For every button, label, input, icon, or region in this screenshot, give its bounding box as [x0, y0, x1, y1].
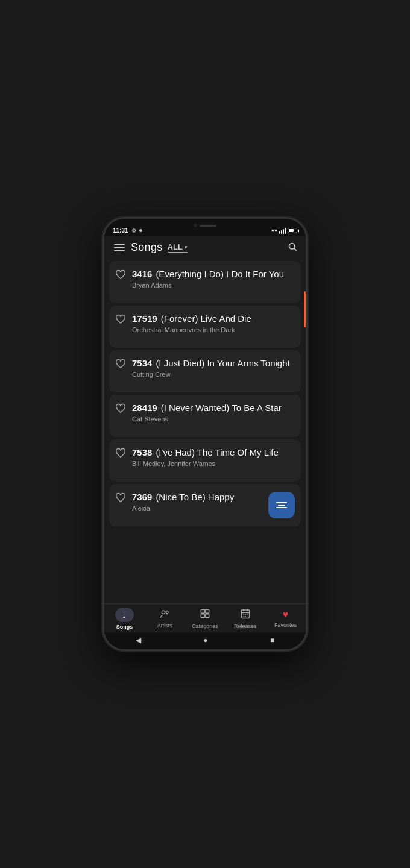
song-artist: Cutting Crew [132, 371, 295, 378]
battery-icon [288, 228, 297, 233]
page-title: Songs [131, 241, 163, 254]
song-artist: Orchestral Manoeuvres in the Dark [132, 326, 295, 333]
list-item[interactable]: 7369 (Nice To Be) Happy Alexia [109, 484, 301, 526]
song-title: (I Never Wanted) To Be A Star [161, 402, 282, 414]
song-artist: Bill Medley, Jennifer Warnes [132, 460, 295, 467]
song-title: (I've Had) The Time Of My Life [156, 447, 278, 459]
status-bar: 11:31 ⚙ ▾▾ [104, 219, 306, 236]
song-id: 3416 [132, 269, 152, 279]
nav-label-artists: Artists [157, 623, 172, 629]
svg-rect-4 [201, 609, 204, 613]
svg-rect-5 [206, 609, 209, 613]
settings-icon: ⚙ [131, 228, 136, 234]
nav-item-categories[interactable]: Categories [185, 608, 226, 629]
clock: 11:31 [113, 227, 128, 234]
song-info: 3416 (Everything I Do) I Do It For You B… [132, 268, 295, 289]
battery-fill [289, 229, 294, 232]
song-title-row: 7534 (I Just Died) In Your Arms Tonight [132, 357, 295, 370]
app-header: Songs ALL ▾ [104, 236, 306, 259]
status-left: 11:31 ⚙ [113, 222, 142, 234]
nav-item-songs[interactable]: ♩ Songs [104, 608, 145, 630]
song-info: 7534 (I Just Died) In Your Arms Tonight … [132, 357, 295, 378]
favorite-button[interactable] [115, 268, 126, 281]
artists-nav-icon [159, 609, 170, 621]
favorite-button[interactable] [115, 357, 126, 371]
signal-bar-2 [281, 230, 282, 234]
song-artist: Cat Stevens [132, 415, 295, 423]
list-detail-icon [276, 502, 287, 508]
nav-pill-songs: ♩ [115, 608, 134, 622]
song-title: (Forever) Live And Die [161, 313, 251, 325]
list-item[interactable]: 7538 (I've Had) The Time Of My Life Bill… [109, 439, 301, 482]
releases-nav-icon [240, 608, 251, 621]
list-item[interactable]: 28419 (I Never Wanted) To Be A Star Cat … [109, 395, 301, 437]
signal-bar-1 [279, 231, 280, 234]
signal-bar-3 [283, 229, 284, 234]
filter-label: ALL [168, 242, 183, 251]
camera-notch [194, 224, 216, 227]
favorite-button[interactable] [115, 491, 126, 505]
song-id: 7538 [132, 447, 152, 458]
favorites-nav-icon: ♥ [283, 609, 289, 620]
song-info: 7538 (I've Had) The Time Of My Life Bill… [132, 447, 295, 467]
song-list: 3416 (Everything I Do) I Do It For You B… [104, 259, 306, 603]
favorite-button[interactable] [115, 447, 126, 460]
speaker-bar [200, 225, 216, 227]
categories-nav-icon [200, 608, 210, 621]
song-detail-button[interactable] [268, 492, 295, 518]
list-item[interactable]: 7534 (I Just Died) In Your Arms Tonight … [109, 350, 301, 392]
list-item[interactable]: 3416 (Everything I Do) I Do It For You B… [109, 261, 301, 303]
nav-label-releases: Releases [234, 623, 257, 629]
detail-line-3 [276, 507, 287, 508]
list-item[interactable]: 17519 (Forever) Live And Die Orchestral … [109, 306, 301, 348]
svg-point-0 [289, 243, 295, 248]
song-id: 28419 [132, 403, 157, 413]
songs-nav-icon: ♩ [122, 610, 127, 620]
signal-icon [279, 228, 286, 234]
signal-bar-4 [285, 228, 286, 234]
song-artist: Alexia [132, 505, 262, 512]
recents-button[interactable]: ■ [270, 636, 274, 644]
favorite-button[interactable] [115, 313, 126, 326]
bottom-nav: ♩ Songs Artists [104, 603, 306, 632]
home-button[interactable]: ● [203, 636, 207, 644]
detail-line-2 [278, 505, 285, 506]
song-id: 7369 [132, 492, 152, 502]
song-title-row: 28419 (I Never Wanted) To Be A Star [132, 402, 295, 414]
svg-rect-7 [206, 614, 209, 618]
filter-dropdown[interactable]: ALL ▾ [168, 242, 188, 253]
search-button[interactable] [288, 242, 297, 254]
svg-point-3 [166, 611, 168, 613]
svg-point-2 [162, 611, 165, 614]
nav-item-releases[interactable]: Releases [225, 608, 265, 629]
svg-line-1 [294, 248, 297, 251]
song-title: (Nice To Be) Happy [156, 491, 234, 503]
detail-line-1 [276, 502, 287, 503]
song-title: (I Just Died) In Your Arms Tonight [156, 357, 289, 370]
camera-dot [194, 224, 197, 227]
song-title: (Everything I Do) I Do It For You [156, 268, 284, 280]
back-button[interactable]: ◀ [136, 636, 141, 644]
nav-label-categories: Categories [192, 623, 218, 629]
menu-line-2 [114, 247, 125, 248]
scroll-indicator [304, 291, 306, 327]
chevron-down-icon: ▾ [184, 244, 188, 250]
notif-dot [139, 229, 142, 232]
menu-line-1 [114, 244, 125, 245]
song-artist: Bryan Adams [132, 281, 295, 289]
system-bar: ◀ ● ■ [104, 632, 306, 649]
song-title-row: 7369 (Nice To Be) Happy [132, 491, 262, 503]
song-id: 7534 [132, 358, 152, 368]
nav-item-favorites[interactable]: ♥ Favorites [265, 609, 306, 628]
song-title-row: 7538 (I've Had) The Time Of My Life [132, 447, 295, 459]
hamburger-menu-button[interactable] [113, 243, 126, 253]
favorite-button[interactable] [115, 402, 126, 415]
song-title-row: 17519 (Forever) Live And Die [132, 313, 295, 325]
nav-item-artists[interactable]: Artists [145, 609, 185, 629]
song-info: 17519 (Forever) Live And Die Orchestral … [132, 313, 295, 333]
status-right: ▾▾ [271, 222, 297, 234]
song-id: 17519 [132, 313, 157, 324]
wifi-icon: ▾▾ [271, 227, 277, 234]
song-title-row: 3416 (Everything I Do) I Do It For You [132, 268, 295, 280]
song-info: 7369 (Nice To Be) Happy Alexia [132, 491, 262, 512]
